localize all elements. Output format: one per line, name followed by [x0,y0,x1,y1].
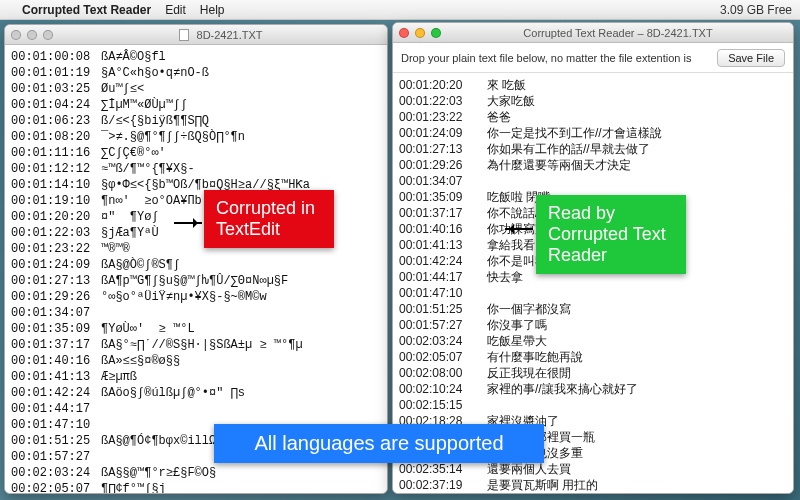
timestamp: 00:01:19:10 [11,193,97,209]
line-text: ßA§@Ò©∫®S¶∫ [101,257,381,273]
app-name[interactable]: Corrupted Text Reader [22,3,151,17]
text-row: 00:01:51:25你一個字都沒寫 [399,301,787,317]
text-row: 00:02:08:00反正我現在很閒 [399,365,787,381]
line-text: 你一個字都沒寫 [487,301,787,317]
timestamp: 00:01:08:20 [11,129,97,145]
line-text: ≈™ß/¶™°{¶¥X§- [101,161,381,177]
timestamp: 00:01:03:25 [11,81,97,97]
timestamp: 00:01:40:16 [399,221,483,237]
timestamp: 00:01:22:03 [399,93,483,109]
reader-window-title: Corrupted Text Reader – 8D-2421.TXT [449,27,787,39]
text-row: 00:01:11:16∑C∫Ç€®°∞' [11,145,381,161]
line-text: Æ≥µπß [101,369,381,385]
line-text: 是要買瓦斯啊 用扛的 [487,477,787,493]
close-icon[interactable] [399,28,409,38]
text-row: 00:01:41:13Æ≥µπß [11,369,381,385]
timestamp: 00:02:35:14 [399,461,483,477]
line-text: °∞§o°ªÜiŸ≠nµ•¥X§-§~®M©w [101,289,381,305]
zoom-icon[interactable] [431,28,441,38]
text-row: 00:01:27:13ßA¶p™G¶∫§u§@™∫ƕ¶Û/∑Θ¤N∞µ§F [11,273,381,289]
arrow-to-corrupted [174,222,202,224]
text-row: 00:01:22:03大家吃飯 [399,93,787,109]
timestamp: 00:01:34:07 [11,305,97,321]
line-text: 來 吃飯 [487,77,787,93]
reader-titlebar[interactable]: Corrupted Text Reader – 8D-2421.TXT [393,23,793,43]
timestamp: 00:01:04:24 [11,97,97,113]
callout-corrupted: Corrupted in TextEdit [204,190,334,248]
text-row: 00:02:35:14還要兩個人去買 [399,461,787,477]
save-file-button[interactable]: Save File [717,49,785,67]
text-row: 00:01:00:08ßA≠Â©O§fl [11,49,381,65]
minimize-icon[interactable] [415,28,425,38]
text-row: 00:01:57:27你沒事了嗎 [399,317,787,333]
line-text: 你一定是找不到工作//才會這樣說 [487,125,787,141]
menu-help[interactable]: Help [200,3,225,17]
text-row: 00:01:29:26°∞§o°ªÜiŸ≠nµ•¥X§-§~®M©w [11,289,381,305]
text-row: 00:02:05:07有什麼事吃飽再說 [399,349,787,365]
line-text: 大家吃飯 [487,93,787,109]
timestamp: 00:02:05:07 [11,481,97,493]
text-row: 00:01:34:07 [399,173,787,189]
timestamp: 00:01:44:17 [11,401,97,417]
timestamp: 00:01:34:07 [399,173,483,189]
line-text: Øu™∫≤< [101,81,381,97]
minimize-icon[interactable] [27,30,37,40]
line-text: ßA§§@™¶°r≥£§F©O§ [101,465,381,481]
timestamp: 00:02:05:07 [399,349,483,365]
text-row: 00:01:24:09ßA§@Ò©∫®S¶∫ [11,257,381,273]
text-row: 00:01:08:20¯>≠.§@¶°¶∫∫÷ßQ§Ò∏°¶n [11,129,381,145]
text-row: 00:01:27:13你如果有工作的話//早就去做了 [399,141,787,157]
line-text: ¯>≠.§@¶°¶∫∫÷ßQ§Ò∏°¶n [101,129,381,145]
timestamp: 00:01:51:25 [399,301,483,317]
zoom-icon[interactable] [43,30,53,40]
text-row: 00:01:40:16ßA»≤≤§¤®ø§§ [11,353,381,369]
timestamp: 00:01:41:13 [399,237,483,253]
timestamp: 00:01:23:22 [11,241,97,257]
timestamp: 00:01:44:17 [399,269,483,285]
timestamp: 00:02:08:00 [399,365,483,381]
close-icon[interactable] [11,30,21,40]
line-text: 你沒事了嗎 [487,317,787,333]
textedit-window-title: 8D-2421.TXT [61,29,381,41]
timestamp: 00:02:03:24 [399,333,483,349]
timestamp: 00:01:35:09 [11,321,97,337]
timestamp: 00:01:42:24 [399,253,483,269]
timestamp: 00:01:27:13 [11,273,97,289]
text-row: 00:01:34:07 [11,305,381,321]
text-row: 00:02:03:24ßA§§@™¶°r≥£§F©O§ [11,465,381,481]
text-row: 00:01:35:09¶YøÙ∞' ≥ ™°L [11,321,381,337]
timestamp: 00:01:14:10 [11,177,97,193]
disk-free-status: 3.09 GB Free [720,3,792,17]
line-text: 反正我現在很閒 [487,365,787,381]
line-text: ßA≠Â©O§fl [101,49,381,65]
timestamp: 00:02:03:24 [11,465,97,481]
line-text: ¶YøÙ∞' ≥ ™°L [101,321,381,337]
textedit-titlebar[interactable]: 8D-2421.TXT [5,25,387,45]
arrow-to-read [505,228,533,230]
timestamp: 00:01:06:23 [11,113,97,129]
line-text: ∑C∫Ç€®°∞' [101,145,381,161]
text-row: 00:01:03:25Øu™∫≤< [11,81,381,97]
line-text: 你如果有工作的話//早就去做了 [487,141,787,157]
line-text [487,173,787,189]
line-text: ßA§°≈∏˙//®S§H·|§SßA±µ ≥ ™°¶µ [101,337,381,353]
timestamp: 00:01:29:26 [11,289,97,305]
line-text [487,285,787,301]
line-text [101,305,381,321]
timestamp: 00:01:20:20 [11,209,97,225]
text-row: 00:01:42:24ßAöo§∫®úlßµ∫@°•¤" ∏s [11,385,381,401]
timestamp: 00:01:22:03 [11,225,97,241]
timestamp: 00:02:15:15 [399,397,483,413]
timestamp: 00:02:10:24 [399,381,483,397]
timestamp: 00:01:41:13 [11,369,97,385]
timestamp: 00:01:00:08 [11,49,97,65]
line-text: 吃飯星帶大 [487,333,787,349]
text-row: 00:01:37:17ßA§°≈∏˙//®S§H·|§SßA±µ ≥ ™°¶µ [11,337,381,353]
timestamp: 00:01:57:27 [11,449,97,465]
text-row: 00:01:23:22爸爸 [399,109,787,125]
text-row: 00:01:47:10 [399,285,787,301]
text-row: 00:02:03:24吃飯星帶大 [399,333,787,349]
menu-edit[interactable]: Edit [165,3,186,17]
timestamp: 00:01:37:17 [11,337,97,353]
line-text: 還要兩個人去買 [487,461,787,477]
